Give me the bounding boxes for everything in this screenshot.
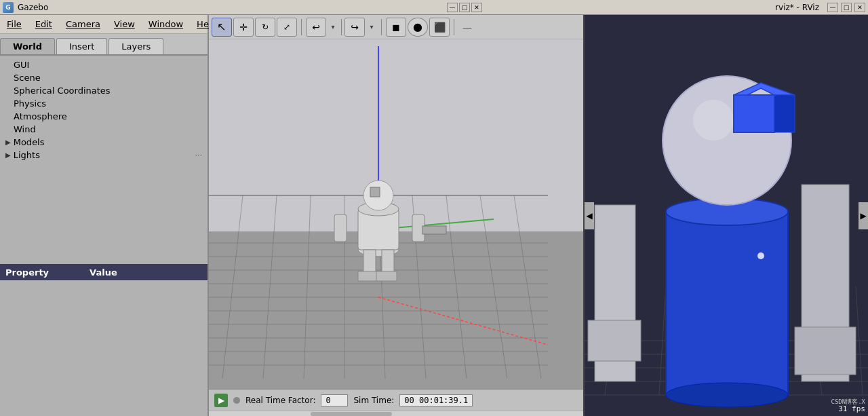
real-time-factor-label: Real Time Factor: <box>245 396 315 405</box>
value-header: Value <box>90 267 117 278</box>
undo-button[interactable]: ↩ <box>306 18 326 37</box>
property-header: Property <box>5 267 49 278</box>
svg-point-56 <box>666 383 788 407</box>
undo-dropdown[interactable]: ▾ <box>328 18 338 37</box>
menu-view[interactable]: View <box>110 18 139 31</box>
menu-edit[interactable]: Edit <box>31 18 56 31</box>
tree-item-wind[interactable]: Wind <box>0 123 208 136</box>
svg-rect-30 <box>370 187 380 197</box>
tree-item-atmosphere[interactable]: Atmosphere <box>0 110 208 123</box>
tree-item-physics[interactable]: Physics <box>0 97 208 110</box>
play-button[interactable]: ▶ <box>214 394 228 407</box>
lights-arrow: ▶ <box>5 151 11 159</box>
lights-dots: ··· <box>195 151 203 159</box>
sim-status-dot <box>233 397 240 404</box>
rviz-title: rviz* - RViz <box>775 3 819 12</box>
svg-rect-31 <box>334 214 347 242</box>
sim-time-value: 00 00:01:39.1 <box>399 394 473 406</box>
select-tool-button[interactable]: ↖ <box>212 18 232 37</box>
tab-insert[interactable]: Insert <box>56 38 107 54</box>
tab-world[interactable]: World <box>0 38 55 54</box>
svg-point-62 <box>757 252 764 259</box>
svg-rect-33 <box>422 226 446 234</box>
svg-marker-61 <box>774 95 795 132</box>
minimize-button[interactable]: — <box>447 3 458 12</box>
svg-rect-51 <box>588 320 641 361</box>
maximize-button[interactable]: □ <box>459 3 470 12</box>
rviz-minimize-button[interactable]: — <box>827 3 838 12</box>
collapse-left-arrow[interactable]: ◀ <box>585 202 594 229</box>
rviz-brand: CSDN博客.X <box>831 398 865 406</box>
tree-item-models[interactable]: ▶ Models <box>0 136 208 149</box>
cylinder-insert-button[interactable]: ⬛ <box>429 18 450 37</box>
gazebo-icon: G <box>3 2 14 13</box>
svg-rect-37 <box>376 271 397 281</box>
sim-time-label: Sim Time: <box>353 396 394 405</box>
real-time-factor-value: 0 <box>321 394 348 406</box>
tree-item-spherical[interactable]: Spherical Coordinates <box>0 84 208 97</box>
close-button[interactable]: ✕ <box>471 3 482 12</box>
svg-rect-36 <box>358 271 378 281</box>
menu-camera[interactable]: Camera <box>62 18 104 31</box>
redo-button[interactable]: ↪ <box>344 18 365 37</box>
properties-area <box>0 280 208 416</box>
svg-rect-59 <box>734 95 774 132</box>
sphere-insert-button[interactable]: ● <box>408 18 428 37</box>
tab-layers[interactable]: Layers <box>108 38 163 54</box>
translate-tool-button[interactable]: ✛ <box>233 18 254 37</box>
scale-tool-button[interactable]: ⤢ <box>277 18 297 37</box>
menu-window[interactable]: Window <box>144 18 187 31</box>
rviz-maximize-button[interactable]: □ <box>841 3 852 12</box>
collapse-right-arrow[interactable]: ▶ <box>859 202 868 229</box>
svg-point-58 <box>693 100 734 140</box>
more-button[interactable]: — <box>458 22 476 33</box>
svg-rect-34 <box>363 250 376 273</box>
tree-item-gui[interactable]: GUI <box>0 58 208 71</box>
gazebo-title: Gazebo <box>18 3 48 12</box>
tree-item-scene[interactable]: Scene <box>0 71 208 84</box>
tree-item-lights[interactable]: ▶ Lights ··· <box>0 149 208 162</box>
box-insert-button[interactable]: ◼ <box>386 18 406 37</box>
redo-dropdown[interactable]: ▾ <box>366 18 377 37</box>
rviz-close-button[interactable]: ✕ <box>854 3 865 12</box>
svg-rect-1 <box>209 39 583 231</box>
rviz-viewport[interactable]: 31 fps CSDN博客.X ◀ ▶ <box>585 15 868 416</box>
svg-rect-54 <box>666 212 788 395</box>
rotate-tool-button[interactable]: ↻ <box>255 18 275 37</box>
3d-viewport[interactable] <box>209 39 583 389</box>
svg-rect-53 <box>795 327 856 375</box>
svg-rect-35 <box>382 250 394 273</box>
menu-file[interactable]: File <box>3 18 26 31</box>
models-arrow: ▶ <box>5 138 11 146</box>
